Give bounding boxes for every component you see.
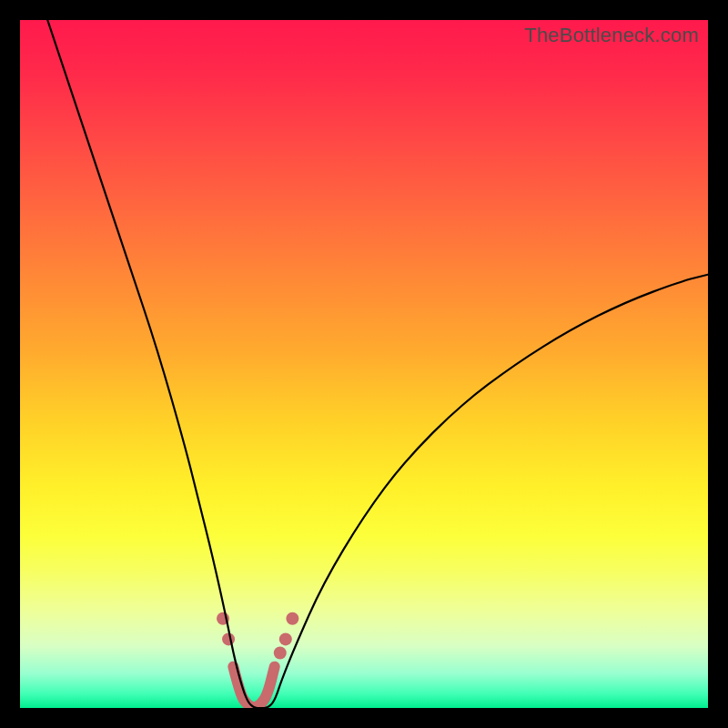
svg-point-3 <box>279 632 292 645</box>
bottleneck-curve <box>20 20 708 708</box>
svg-point-1 <box>222 632 235 645</box>
chart-frame: TheBottleneck.com <box>20 20 708 708</box>
svg-point-2 <box>274 647 287 660</box>
svg-point-4 <box>286 612 298 625</box>
